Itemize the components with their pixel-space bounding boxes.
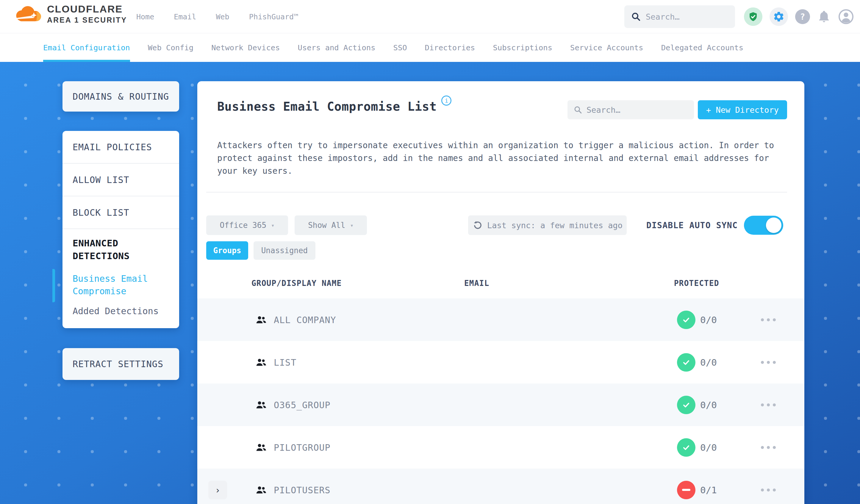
list-search-input[interactable] xyxy=(587,105,682,115)
group-people-icon xyxy=(255,314,267,326)
active-item-indicator xyxy=(52,269,55,302)
group-people-icon xyxy=(255,399,267,411)
table-row[interactable]: › PILOTUSERS 0/1 xyxy=(197,469,804,504)
chevron-down-icon: ▾ xyxy=(350,222,353,229)
tab-sso[interactable]: SSO xyxy=(393,33,407,62)
sidebar-item-retract-settings[interactable]: RETRACT SETTINGS xyxy=(73,359,163,369)
sidebar-item-email-policies[interactable]: EMAIL POLICIES xyxy=(62,131,179,164)
global-search-input[interactable] xyxy=(646,12,720,21)
tab-delegated-accounts[interactable]: Delegated Accounts xyxy=(661,33,743,62)
sidebar-item-business-email-compromise[interactable]: Business Email Compromise xyxy=(73,273,170,298)
tab-service-accounts[interactable]: Service Accounts xyxy=(570,33,643,62)
protected-status-badge xyxy=(677,353,696,372)
sidebar-card-domains-routing: DOMAINS & ROUTING xyxy=(62,81,179,112)
group-name: LIST xyxy=(274,357,296,368)
table-row[interactable]: PILOTGROUP 0/0 xyxy=(197,426,804,469)
brand-title: CLOUDFLARE xyxy=(47,3,127,15)
column-group-display-name: GROUP/DISPLAY NAME xyxy=(252,279,342,288)
table-header: GROUP/DISPLAY NAME EMAIL PROTECTED xyxy=(197,279,804,292)
nav-home[interactable]: Home xyxy=(136,13,154,21)
divider xyxy=(206,192,787,192)
security-status-button[interactable] xyxy=(744,8,762,26)
check-icon xyxy=(681,357,691,368)
show-filter-dropdown[interactable]: Show All ▾ xyxy=(295,215,367,235)
toggle-knob xyxy=(766,217,782,233)
group-name: PILOTUSERS xyxy=(274,485,331,495)
page-description: Attackers often try to impersonate execu… xyxy=(217,139,784,177)
table-row[interactable]: LIST 0/0 xyxy=(197,341,804,384)
secondary-nav: Email Configuration Web Config Network D… xyxy=(0,33,860,62)
auto-sync-toggle[interactable] xyxy=(744,216,783,235)
global-search[interactable] xyxy=(624,5,735,28)
protected-count: 0/1 xyxy=(700,485,717,495)
tab-network-devices[interactable]: Network Devices xyxy=(211,33,280,62)
row-menu-button[interactable] xyxy=(761,403,776,406)
protected-status-badge xyxy=(677,481,696,499)
minus-icon xyxy=(682,489,690,491)
protected-status-badge xyxy=(677,311,696,329)
group-people-icon xyxy=(255,356,267,369)
primary-nav: Home Email Web PhishGuard™ xyxy=(136,0,298,33)
sidebar-heading-enhanced-detections: ENHANCED DETECTIONS xyxy=(73,237,170,262)
table-row[interactable]: O365_GROUP 0/0 xyxy=(197,384,804,426)
protected-count: 0/0 xyxy=(700,315,717,325)
page-title: Business Email Compromise List xyxy=(217,100,436,113)
group-name: ALL COMPANY xyxy=(274,315,336,325)
expand-row-button[interactable]: › xyxy=(208,480,227,499)
check-icon xyxy=(681,442,691,453)
settings-button[interactable] xyxy=(770,8,788,26)
account-avatar-icon[interactable] xyxy=(838,9,854,25)
cloudflare-cloud-icon xyxy=(12,2,45,25)
tab-unassigned[interactable]: Unassigned xyxy=(254,241,315,260)
tab-directories[interactable]: Directories xyxy=(425,33,475,62)
nav-phishguard[interactable]: PhishGuard™ xyxy=(249,13,299,21)
tab-email-configuration[interactable]: Email Configuration xyxy=(43,33,130,62)
app-header: CLOUDFLARE AREA 1 SECURITY Home Email We… xyxy=(0,0,860,33)
group-people-icon xyxy=(255,484,267,496)
row-menu-button[interactable] xyxy=(761,446,776,449)
protected-count: 0/0 xyxy=(700,357,717,368)
sidebar-card-retract-settings: RETRACT SETTINGS xyxy=(62,348,179,380)
group-name: PILOTGROUP xyxy=(274,442,331,452)
brand-subtitle: AREA 1 SECURITY xyxy=(47,16,127,24)
info-icon[interactable]: i xyxy=(441,96,452,106)
new-directory-button[interactable]: + New Directory xyxy=(698,100,787,119)
list-search[interactable] xyxy=(568,100,694,119)
gear-icon xyxy=(773,11,785,23)
search-icon xyxy=(631,12,641,22)
tab-web-config[interactable]: Web Config xyxy=(148,33,194,62)
tab-groups[interactable]: Groups xyxy=(206,241,248,260)
sidebar-item-added-detections[interactable]: Added Detections xyxy=(73,306,170,316)
group-table: ALL COMPANY 0/0 LIST xyxy=(197,299,804,504)
row-menu-button[interactable] xyxy=(761,489,776,491)
tab-users-and-actions[interactable]: Users and Actions xyxy=(298,33,375,62)
check-icon xyxy=(681,315,691,325)
shield-check-icon xyxy=(748,11,759,22)
sidebar-item-domains-routing[interactable]: DOMAINS & ROUTING xyxy=(73,91,169,102)
sync-refresh-icon xyxy=(472,220,483,231)
sidebar-card-email-policies: EMAIL POLICIES ALLOW LIST BLOCK LIST ENH… xyxy=(62,131,179,328)
header-icon-group: ? xyxy=(744,0,854,33)
protected-count: 0/0 xyxy=(700,400,717,410)
directory-filter-dropdown[interactable]: Office 365 ▾ xyxy=(206,215,288,235)
column-email: EMAIL xyxy=(464,279,489,288)
check-icon xyxy=(681,400,691,410)
row-menu-button[interactable] xyxy=(761,361,776,364)
group-people-icon xyxy=(255,441,267,454)
group-name: O365_GROUP xyxy=(274,400,331,410)
nav-web[interactable]: Web xyxy=(216,13,229,21)
chevron-down-icon: ▾ xyxy=(271,222,274,229)
tab-subscriptions[interactable]: Subscriptions xyxy=(493,33,552,62)
last-sync-text: Last sync: a few minutes ago xyxy=(487,221,622,230)
table-row[interactable]: ALL COMPANY 0/0 xyxy=(197,299,804,341)
cloudflare-logo[interactable]: CLOUDFLARE AREA 1 SECURITY xyxy=(12,2,127,25)
notifications-bell-icon[interactable] xyxy=(817,10,831,24)
sidebar-item-allow-list[interactable]: ALLOW LIST xyxy=(62,164,179,196)
sidebar-item-block-list[interactable]: BLOCK LIST xyxy=(62,196,179,229)
sidebar-section-enhanced-detections: ENHANCED DETECTIONS Business Email Compr… xyxy=(62,229,179,316)
search-icon xyxy=(573,105,582,114)
chevron-right-icon: › xyxy=(215,485,220,495)
row-menu-button[interactable] xyxy=(761,318,776,321)
help-button[interactable]: ? xyxy=(795,9,810,24)
nav-email[interactable]: Email xyxy=(174,13,196,21)
